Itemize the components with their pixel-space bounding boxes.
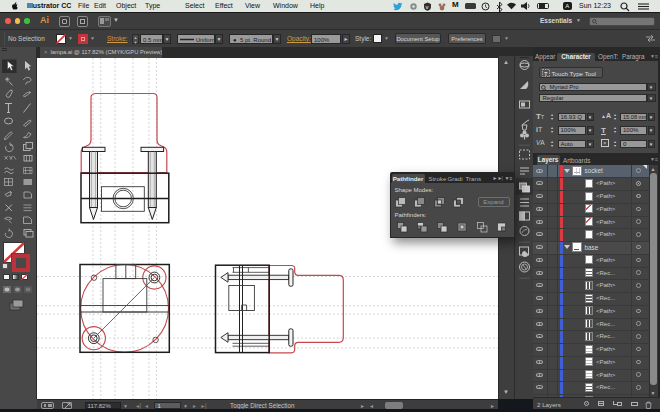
svg-text:T: T (544, 71, 548, 77)
svg-text:v: v (426, 4, 429, 10)
